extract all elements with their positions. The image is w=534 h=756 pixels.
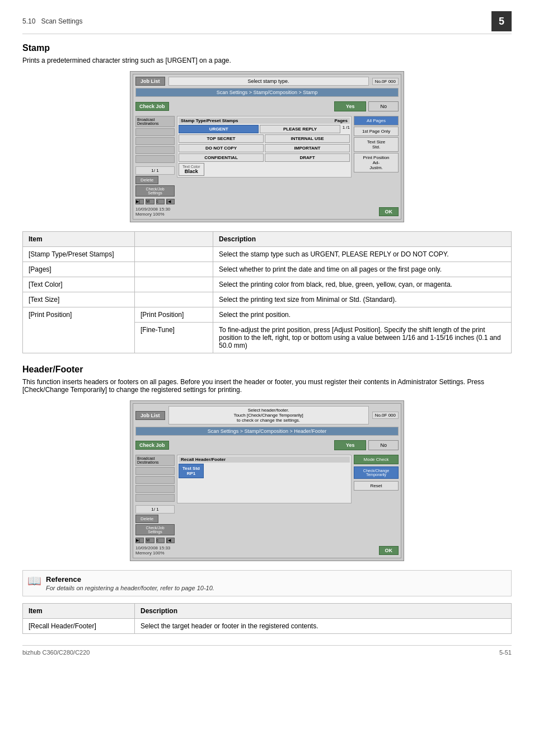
stamp-pages-header: Pages	[334, 118, 348, 123]
reference-icon: 📖	[27, 575, 41, 586]
stamp-control-row: ▶| M c |◀	[135, 199, 175, 204]
hf-broadcast-label: BroadcastDestinations	[135, 455, 175, 466]
stamp-delete-button[interactable]: Delete	[135, 176, 158, 184]
stamp-print-position-button[interactable]: Print Position Ad-Justm.	[354, 153, 399, 172]
stamp-row2-desc: Select whether to print the date and tim…	[213, 262, 512, 277]
hf-table-desc-header: Description	[135, 604, 512, 619]
stamp-desc-table: Item Description [Stamp Type/Preset Stam…	[22, 231, 512, 353]
stamp-row1-sub	[135, 247, 213, 262]
reference-box: 📖 Reference For details on registering a…	[22, 570, 512, 596]
stamp-ok-button[interactable]: OK	[379, 207, 399, 216]
stamp-text-color-row: Text Color Black	[179, 163, 350, 176]
stamp-main-panel: Stamp Type/Preset Stamps Pages URGENT PL…	[177, 116, 352, 204]
hf-breadcrumb: Scan Settings > Stamp/Composition > Head…	[135, 427, 399, 436]
page-footer: bizhub C360/C280/C220 5-51	[22, 645, 512, 656]
table-row: [Pages] Select whether to print the date…	[23, 262, 512, 277]
header-footer-machine-ui: Job List Select header/footer.Touch [Che…	[130, 400, 404, 561]
stamp-page-counter: 1/ 1	[135, 166, 175, 175]
stamp-row-4: CONFIDENTIAL DRAFT	[179, 153, 350, 162]
stamp-right-panel: All Pages 1st Page Only Text Size Std. P…	[354, 116, 399, 204]
stamp-dest1	[135, 128, 175, 136]
stamp-row6-desc: To fine-adjust the print position, press…	[213, 323, 512, 353]
stamp-row3-item: [Text Color]	[23, 277, 135, 292]
hf-dest4	[135, 494, 175, 502]
hf-page-counter: 1/ 1	[135, 505, 175, 514]
stamp-print-pos-label: Print Position	[355, 155, 397, 160]
stamp-dest2	[135, 137, 175, 145]
stamp-ctrl3[interactable]: c	[156, 199, 165, 204]
stamp-no-button[interactable]: No	[368, 101, 399, 111]
stamp-yes-button[interactable]: Yes	[334, 101, 367, 111]
section-label: 5.10 Scan Settings	[22, 17, 82, 25]
hf-row1-item: [Recall Header/Footer]	[23, 619, 135, 634]
stamp-type-header: Stamp Type/Preset Stamps	[181, 118, 238, 123]
stamp-row5-desc: Select the print position.	[213, 307, 512, 323]
footer-page: 5-51	[499, 649, 512, 656]
stamp-first-page-button[interactable]: 1st Page Only	[354, 127, 399, 136]
stamp-broadcast-label: BroadcastDestinations	[135, 116, 175, 127]
stamp-all-pages-button[interactable]: All Pages	[354, 116, 399, 125]
stamp-table-sub-header	[135, 232, 213, 247]
hf-empty-area	[179, 479, 350, 502]
hf-control-row: ▶| M c |◀	[135, 538, 175, 543]
stamp-row5-item: [Print Position]	[23, 307, 135, 353]
hf-mode-check-button[interactable]: Mode Check	[354, 455, 399, 464]
hf-dest2	[135, 476, 175, 484]
hf-no-button[interactable]: No	[368, 440, 399, 450]
stamp-row-1: URGENT PLEASE REPLY 1 /1	[179, 125, 350, 133]
stamp-description: Prints a predetermined character string …	[22, 57, 512, 64]
stamp-row-3: DO NOT COPY IMPORTANT	[179, 144, 350, 152]
hf-right-panel: Mode Check Check/Change Temporarily Rese…	[354, 455, 399, 543]
stamp-dest3	[135, 146, 175, 154]
hf-left-panel: BroadcastDestinations 1/ 1 Delete Check/…	[135, 455, 175, 543]
stamp-draft-button[interactable]: DRAFT	[265, 153, 350, 162]
hf-ctrl1[interactable]: ▶|	[135, 538, 144, 543]
hf-delete-button[interactable]: Delete	[135, 515, 158, 523]
table-row: [Text Size] Select the printing text siz…	[23, 292, 512, 307]
table-row: [Stamp Type/Preset Stamps] Select the st…	[23, 247, 512, 262]
hf-row1-desc: Select the target header or footer in th…	[135, 619, 512, 634]
stamp-important-button[interactable]: IMPORTANT	[265, 144, 350, 152]
hf-ctrl3[interactable]: c	[156, 538, 165, 543]
page-number-badge: 5	[491, 11, 512, 31]
stamp-section: Stamp Prints a predetermined character s…	[22, 43, 512, 353]
hf-dest3	[135, 485, 175, 493]
stamp-row3-desc: Select the printing color from black, re…	[213, 277, 512, 292]
stamp-top-secret-button[interactable]: TOP SECRET	[179, 134, 264, 143]
stamp-please-reply-button[interactable]: PLEASE REPLY	[260, 125, 340, 133]
hf-settings-button[interactable]: Check/JobSettings	[135, 524, 175, 535]
hf-yes-button[interactable]: Yes	[334, 440, 367, 450]
stamp-row5-sub: [Print Position]	[135, 307, 213, 323]
stamp-select-title: Select stamp type.	[168, 77, 369, 86]
stamp-text-size-button[interactable]: Text Size Std.	[354, 137, 399, 152]
hf-main-panel: Recall Header/Footer Test StdRP1	[177, 455, 352, 543]
stamp-ctrl1[interactable]: ▶|	[135, 199, 144, 204]
stamp-check-job-button[interactable]: Check Job	[135, 102, 169, 111]
hf-check-change-button[interactable]: Check/Change Temporarily	[354, 466, 399, 479]
stamp-timestamp: 10/09/2008 15:30 Memory 100%	[135, 207, 170, 217]
stamp-ctrl4[interactable]: |◀	[166, 199, 175, 204]
hf-recall-row: Test StdRP1	[179, 464, 350, 478]
stamp-job-list-button[interactable]: Job List	[135, 77, 165, 86]
hf-recall-button[interactable]: Test StdRP1	[179, 464, 204, 478]
stamp-print-pos-val: Ad-Justm.	[355, 160, 397, 170]
stamp-ctrl2[interactable]: M	[146, 199, 154, 204]
stamp-urgent-button[interactable]: URGENT	[179, 125, 259, 133]
hf-reset-button[interactable]: Reset	[354, 481, 399, 491]
hf-ctrl2[interactable]: M	[146, 538, 154, 543]
hf-job-list-button[interactable]: Job List	[135, 411, 165, 420]
stamp-text-size-label: Text Size	[355, 139, 397, 144]
stamp-machine-ui: Job List Select stamp type. No.0F 000 Sc…	[130, 71, 404, 222]
stamp-internal-use-button[interactable]: INTERNAL USE	[265, 134, 350, 143]
hf-ok-button[interactable]: OK	[379, 546, 399, 555]
stamp-do-not-copy-button[interactable]: DO NOT COPY	[179, 144, 264, 152]
stamp-text-size-val: Std.	[355, 144, 397, 150]
hf-ctrl4[interactable]: |◀	[166, 538, 175, 543]
stamp-confidential-button[interactable]: CONFIDENTIAL	[179, 153, 264, 162]
stamp-settings-button[interactable]: Check/JobSettings	[135, 185, 175, 197]
stamp-text-color-label: Text Color	[182, 165, 200, 169]
hf-check-job-button[interactable]: Check Job	[135, 441, 169, 450]
stamp-title: Stamp	[22, 43, 512, 53]
table-row: [Text Color] Select the printing color f…	[23, 277, 512, 292]
page-header: 5.10 Scan Settings 5	[22, 11, 512, 34]
